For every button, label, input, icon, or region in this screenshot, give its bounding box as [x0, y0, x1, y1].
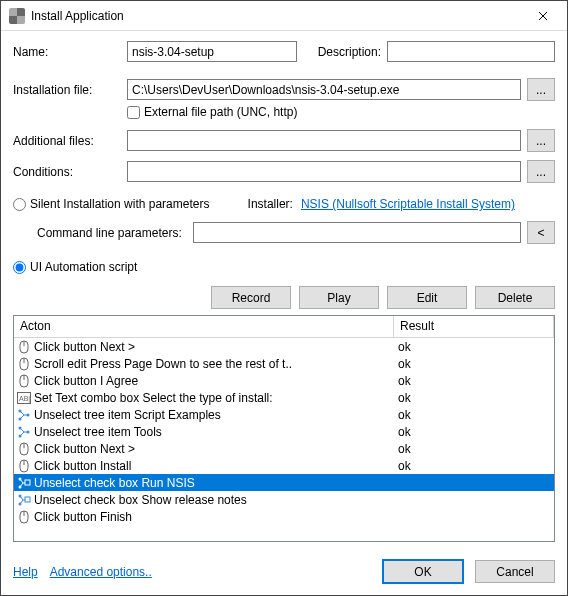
external-file-path-checkbox[interactable] — [127, 106, 140, 119]
conditions-label: Conditions: — [13, 165, 121, 179]
table-row[interactable]: Click button Finish — [14, 508, 554, 525]
delete-button[interactable]: Delete — [475, 286, 555, 309]
svg-text:AB|: AB| — [19, 395, 30, 403]
check-icon — [16, 493, 32, 507]
script-list: Acton Result Click button Next >okScroll… — [13, 315, 555, 542]
close-icon — [538, 11, 548, 21]
additional-files-label: Additional files: — [13, 134, 121, 148]
table-row[interactable]: Unselect tree item Script Examplesok — [14, 406, 554, 423]
result-cell: ok — [396, 442, 554, 456]
silent-install-radio[interactable] — [13, 198, 26, 211]
name-input[interactable] — [127, 41, 297, 62]
mouse-icon — [16, 442, 32, 456]
header-action[interactable]: Acton — [14, 316, 394, 337]
result-cell: ok — [396, 459, 554, 473]
action-cell: Click button I Agree — [34, 374, 396, 388]
table-row[interactable]: Click button Next >ok — [14, 440, 554, 457]
result-cell: ok — [396, 425, 554, 439]
table-row[interactable]: AB|Set Text combo box Select the type of… — [14, 389, 554, 406]
svg-rect-20 — [25, 480, 30, 485]
conditions-browse-button[interactable]: ... — [527, 160, 555, 183]
play-button[interactable]: Play — [299, 286, 379, 309]
silent-install-label: Silent Installation with parameters — [30, 197, 209, 211]
table-row[interactable]: Click button I Agreeok — [14, 372, 554, 389]
action-cell: Click button Finish — [34, 510, 396, 524]
external-file-path-label: External file path (UNC, http) — [144, 105, 297, 119]
table-row[interactable]: Click button Installok — [14, 457, 554, 474]
app-icon — [9, 8, 25, 24]
table-row[interactable]: Click button Next >ok — [14, 338, 554, 355]
install-file-input[interactable] — [127, 79, 521, 100]
result-cell: ok — [396, 408, 554, 422]
additional-files-input[interactable] — [127, 130, 521, 151]
close-button[interactable] — [523, 2, 563, 30]
action-cell: Unselect check box Show release notes — [34, 493, 396, 507]
mouse-icon — [16, 459, 32, 473]
ui-automation-label: UI Automation script — [30, 260, 137, 274]
name-label: Name: — [13, 45, 121, 59]
cmd-params-input[interactable] — [193, 222, 521, 243]
description-input[interactable] — [387, 41, 555, 62]
installer-link[interactable]: NSIS (Nullsoft Scriptable Install System… — [301, 197, 515, 211]
help-link[interactable]: Help — [13, 565, 38, 579]
table-row[interactable]: Scroll edit Press Page Down to see the r… — [14, 355, 554, 372]
table-row[interactable]: Unselect check box Show release notes — [14, 491, 554, 508]
mouse-icon — [16, 510, 32, 524]
result-cell: ok — [396, 357, 554, 371]
mouse-icon — [16, 357, 32, 371]
mouse-icon — [16, 374, 32, 388]
check-icon — [16, 476, 32, 490]
action-cell: Click button Next > — [34, 340, 396, 354]
install-file-browse-button[interactable]: ... — [527, 78, 555, 101]
action-cell: Click button Install — [34, 459, 396, 473]
action-cell: Unselect check box Run NSIS — [34, 476, 396, 490]
titlebar: Install Application — [1, 1, 567, 31]
list-header: Acton Result — [14, 316, 554, 338]
ok-button[interactable]: OK — [383, 560, 463, 583]
result-cell: ok — [396, 391, 554, 405]
advanced-options-link[interactable]: Advanced options.. — [50, 565, 152, 579]
action-cell: Scroll edit Press Page Down to see the r… — [34, 357, 396, 371]
result-cell: ok — [396, 374, 554, 388]
tree-icon — [16, 425, 32, 439]
action-cell: Set Text combo box Select the type of in… — [34, 391, 396, 405]
svg-rect-23 — [25, 497, 30, 502]
record-button[interactable]: Record — [211, 286, 291, 309]
install-file-label: Installation file: — [13, 83, 121, 97]
conditions-input[interactable] — [127, 161, 521, 182]
cancel-button[interactable]: Cancel — [475, 560, 555, 583]
action-cell: Click button Next > — [34, 442, 396, 456]
header-result[interactable]: Result — [394, 316, 554, 337]
result-cell: ok — [396, 340, 554, 354]
cmd-params-label: Command line parameters: — [37, 226, 187, 240]
window-title: Install Application — [31, 9, 523, 23]
action-cell: Unselect tree item Script Examples — [34, 408, 396, 422]
table-row[interactable]: Unselect tree item Toolsok — [14, 423, 554, 440]
cmd-params-history-button[interactable]: < — [527, 221, 555, 244]
action-cell: Unselect tree item Tools — [34, 425, 396, 439]
mouse-icon — [16, 340, 32, 354]
tree-icon — [16, 408, 32, 422]
installer-label: Installer: — [248, 197, 293, 211]
ui-automation-radio[interactable] — [13, 261, 26, 274]
additional-files-browse-button[interactable]: ... — [527, 129, 555, 152]
text-icon: AB| — [16, 391, 32, 405]
edit-button[interactable]: Edit — [387, 286, 467, 309]
table-row[interactable]: Unselect check box Run NSIS — [14, 474, 554, 491]
description-label: Description: — [313, 45, 381, 59]
